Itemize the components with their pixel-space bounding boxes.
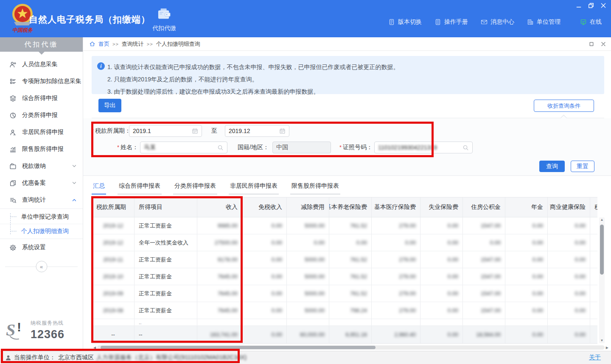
table-row: 2019-10正常工资薪金7645.000.005000.00761.52279… <box>92 268 597 285</box>
reset-button[interactable]: 重置 <box>571 161 594 172</box>
sidebar-item-8[interactable]: 查询统计 <box>0 192 83 208</box>
form-list-icon <box>9 78 17 85</box>
tab-4[interactable]: 限售股所得申报表 <box>290 182 340 195</box>
current-unit-label: 当前操作单位： <box>14 354 56 361</box>
table-cell: 0.00 <box>420 251 463 268</box>
period-to-input[interactable]: 2019.12 <box>225 125 289 137</box>
horizontal-scroll-thumb[interactable] <box>101 346 376 349</box>
search-list-icon <box>9 197 17 204</box>
sidebar-subitem-0[interactable]: 单位申报记录查询 <box>0 210 83 224</box>
id-number-input[interactable]: 110102199304221319 <box>374 142 473 153</box>
panel-close-icon[interactable] <box>601 42 606 47</box>
table-cell: 0.00 <box>548 285 590 302</box>
search-icon[interactable] <box>462 144 469 151</box>
tab-3[interactable]: 非居民所得申报表 <box>229 182 279 195</box>
about-link[interactable]: 关于 <box>589 354 601 361</box>
sidebar-header: 代扣代缴 <box>0 37 83 52</box>
search-button[interactable]: 查询 <box>539 161 565 172</box>
table-cell: 0.00 <box>242 285 287 302</box>
header-nav-item-1[interactable]: 操作手册 <box>434 18 468 26</box>
tab-1[interactable]: 综合所得申报表 <box>118 182 162 195</box>
header-nav-item-3[interactable]: 单位管理 <box>527 18 561 26</box>
window-close-icon[interactable] <box>600 2 607 9</box>
vertical-scrollbar[interactable]: ▲ ▼ <box>599 217 605 343</box>
table-cell: 5000.00 <box>287 217 329 234</box>
header-nav-item-4[interactable]: 在线 <box>580 18 602 26</box>
export-button[interactable]: 导出 <box>98 99 121 112</box>
scroll-left-icon[interactable]: ◀ <box>93 346 96 350</box>
collapse-query-button[interactable]: 收折查询条件 <box>534 100 594 112</box>
table-cell: 2019-12 <box>92 234 135 251</box>
copy-icon <box>9 180 17 187</box>
table-cell: 0.00 <box>372 234 420 251</box>
vertical-scroll-thumb[interactable] <box>600 225 604 275</box>
table-cell: 0.00 <box>548 251 590 268</box>
table-cell: 0.00 <box>420 302 463 319</box>
sidebar-item-5[interactable]: 限售股所得申报 <box>0 141 83 158</box>
table-cell: 正常工资薪金 <box>135 251 197 268</box>
query-form-row-1: 税款所属期： 2019.1 至 2019.12 <box>92 125 289 137</box>
table-cell: 0.00 <box>505 302 548 319</box>
header-nav-item-2[interactable]: 消息中心 <box>481 18 514 26</box>
tab-0[interactable]: 汇总 <box>92 182 106 195</box>
table-cell: 279.00 <box>372 302 420 319</box>
breadcrumb-home-link[interactable]: 首页 <box>98 40 109 48</box>
table-cell: 0.00 <box>420 234 463 251</box>
sidebar-item-7[interactable]: 优惠备案 <box>0 175 83 192</box>
table-cell: 1547.00 <box>463 251 505 268</box>
sidebar-collapse-button[interactable]: « <box>36 261 47 272</box>
bar-chart-icon <box>9 146 17 153</box>
table-cell: 0.00 <box>548 302 590 319</box>
svg-text:!: ! <box>17 320 21 334</box>
sidebar-item-4[interactable]: 非居民所得申报 <box>0 124 83 141</box>
breadcrumb-separator: >> <box>112 42 119 47</box>
search-icon[interactable] <box>217 144 224 151</box>
sidebar-item-1[interactable]: 专项附加扣除信息采集 <box>0 73 83 90</box>
table-cell: 0.00 <box>548 326 590 343</box>
table-row: 2019-12正常工资薪金9985.000.005000.00761.52279… <box>92 217 597 234</box>
horizontal-scrollbar[interactable]: ◀ ▶ <box>93 345 608 350</box>
horizontal-scroll-track[interactable] <box>97 345 605 350</box>
sidebar-item-2[interactable]: 综合所得申报 <box>0 90 83 107</box>
info-icon: i <box>97 62 105 70</box>
table-cell: 0.00 <box>242 302 287 319</box>
table-cell: 7645.00 <box>197 285 242 302</box>
table-cell <box>287 319 329 325</box>
table-cell: 9985.00 <box>197 217 242 234</box>
window-minimize-icon[interactable] <box>575 2 582 9</box>
name-input[interactable]: 马某 <box>140 142 227 153</box>
header-tab-label: 代扣代缴 <box>149 25 179 32</box>
panel-maximize-icon[interactable] <box>589 42 594 47</box>
table-cell: 6,951.16 <box>329 326 372 343</box>
table-row: 2019-11正常工资薪金9178.000.005000.00761.52279… <box>92 251 597 268</box>
scroll-down-icon[interactable]: ▼ <box>600 338 604 343</box>
window-restore-icon[interactable] <box>588 2 594 9</box>
sidebar-item-6[interactable]: 税款缴纳 <box>0 158 83 175</box>
sidebar-item-label: 查询统计 <box>22 196 72 204</box>
sidebar-item-9[interactable]: 系统设置 <box>0 239 83 256</box>
table-partial-row: .. <box>92 319 597 326</box>
scroll-right-icon[interactable]: ▶ <box>606 346 608 350</box>
scroll-up-icon[interactable]: ▲ <box>600 217 604 222</box>
table-cell: 0.00 <box>505 285 548 302</box>
table-cell: 761.52 <box>329 268 372 285</box>
header-tab-withholding[interactable]: 代扣代缴 <box>149 8 179 32</box>
table-cell: 0.00 <box>505 217 548 234</box>
column-header: 商业健康保险 <box>548 197 590 217</box>
header-nav-item-0[interactable]: 版本切换 <box>388 18 422 26</box>
sidebar-subitem-1[interactable]: 个人扣缴明细查询 <box>0 224 83 238</box>
svg-text:中国税务: 中国税务 <box>12 27 34 33</box>
period-from-input[interactable]: 2019.1 <box>129 125 202 137</box>
calendar-icon[interactable] <box>192 128 198 134</box>
table-cell: 0.00 <box>420 268 463 285</box>
table-cell: 0.00 <box>505 326 548 343</box>
table-cell: 279.00 <box>372 285 420 302</box>
sidebar-item-3[interactable]: 分类所得申报 <box>0 107 83 124</box>
table-cell: 正常工资薪金 <box>135 302 197 319</box>
calendar-icon[interactable] <box>279 128 286 134</box>
column-header: 基本医疗保险费 <box>372 197 420 217</box>
sidebar-item-label: 分类所得申报 <box>22 111 77 119</box>
tab-2[interactable]: 分类所得申报表 <box>173 182 217 195</box>
pie-chart-icon <box>9 112 17 119</box>
sidebar-item-0[interactable]: 人员信息采集 <box>0 56 83 73</box>
